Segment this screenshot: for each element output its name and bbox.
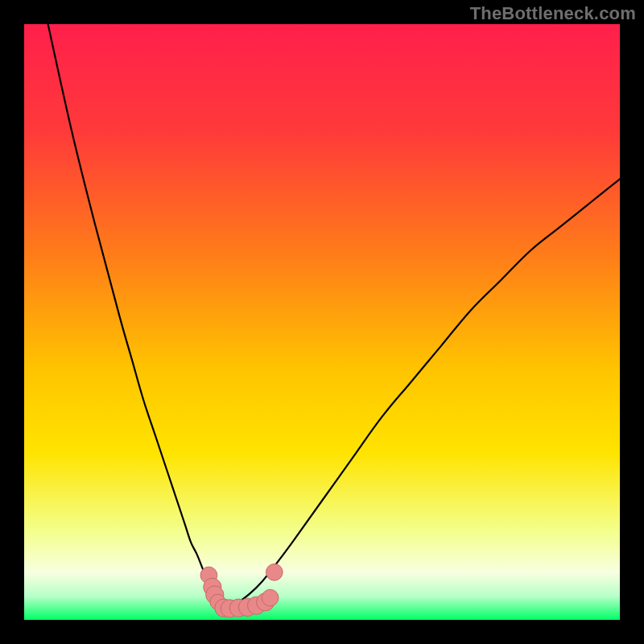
watermark-text: TheBottleneck.com xyxy=(470,3,636,24)
chart-svg xyxy=(24,24,620,620)
valley-marker xyxy=(262,589,279,606)
plot-area xyxy=(24,24,620,620)
gradient-background xyxy=(24,24,620,620)
chart-frame: TheBottleneck.com xyxy=(0,0,644,644)
valley-marker xyxy=(266,564,283,580)
